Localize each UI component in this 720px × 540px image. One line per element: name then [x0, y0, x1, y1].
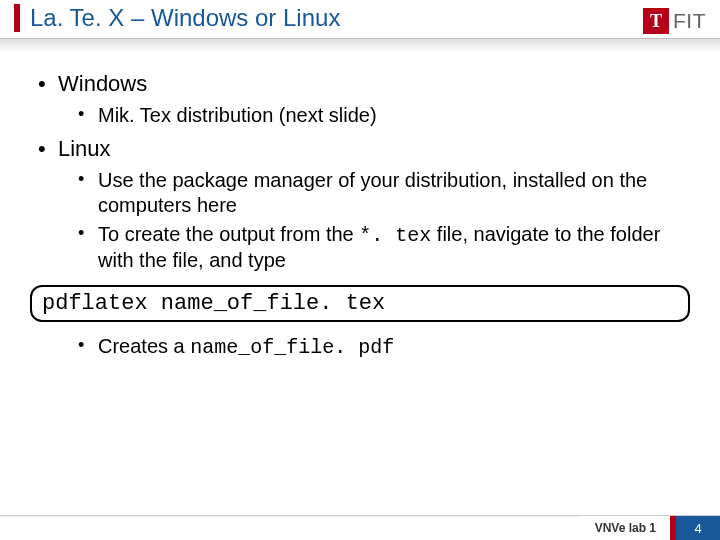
- logo-t-letter: T: [650, 11, 662, 32]
- bullet-linux-output: To create the output from the *. tex fil…: [76, 222, 686, 273]
- content-area: Windows Mik. Tex distribution (next slid…: [0, 53, 720, 273]
- brand-logo: T FIT: [643, 8, 706, 34]
- text-fragment: Creates a: [98, 335, 190, 357]
- title-accent: [14, 4, 20, 32]
- title-shadow: [0, 39, 720, 53]
- bullet-linux: Linux: [34, 136, 686, 162]
- footer-spacer: [0, 516, 581, 540]
- logo-t-icon: T: [643, 8, 669, 34]
- footer-label: VNVe lab 1: [581, 516, 670, 540]
- code-pdf-name: name_of_file. pdf: [190, 336, 394, 359]
- bullet-windows: Windows: [34, 71, 686, 97]
- code-tex-ext: *. tex: [359, 224, 431, 247]
- command-box: pdflatex name_of_file. tex: [30, 285, 690, 322]
- text-fragment: To create the output from the: [98, 223, 359, 245]
- content-area-2: Creates a name_of_file. pdf: [0, 334, 720, 360]
- bullet-creates-pdf: Creates a name_of_file. pdf: [76, 334, 686, 360]
- title-bar: La. Te. X – Windows or Linux: [0, 0, 720, 38]
- bullet-linux-pkg: Use the package manager of your distribu…: [76, 168, 686, 218]
- bullet-windows-miktex: Mik. Tex distribution (next slide): [76, 103, 686, 128]
- slide: T FIT La. Te. X – Windows or Linux Windo…: [0, 0, 720, 540]
- footer: VNVe lab 1 4: [0, 516, 720, 540]
- logo-fit-text: FIT: [673, 9, 706, 33]
- slide-title: La. Te. X – Windows or Linux: [30, 4, 340, 32]
- page-number: 4: [676, 516, 720, 540]
